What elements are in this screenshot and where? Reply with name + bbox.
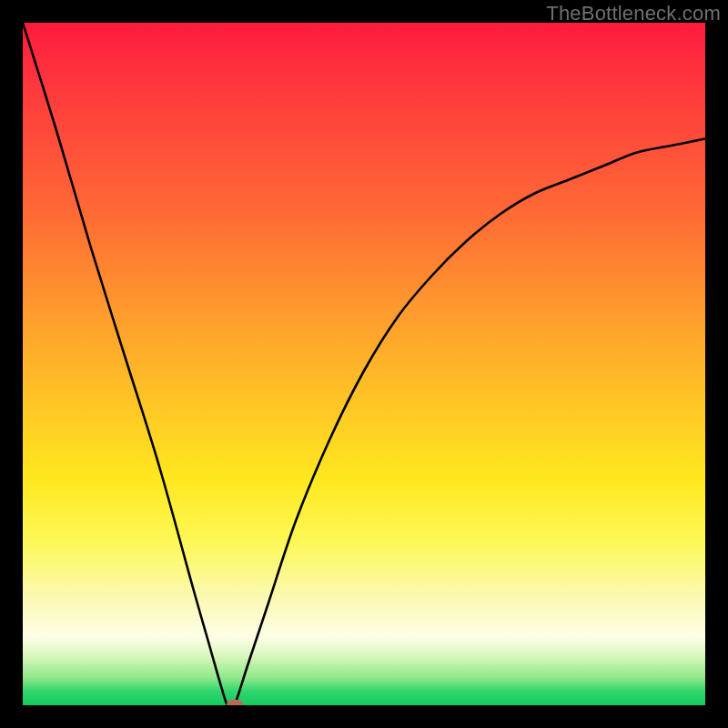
bottleneck-curve (23, 23, 705, 705)
watermark-text: TheBottleneck.com (546, 2, 721, 25)
optimum-marker (227, 700, 243, 705)
chart-frame: TheBottleneck.com (0, 0, 728, 728)
plot-area (23, 23, 705, 705)
curve-svg (23, 23, 705, 705)
